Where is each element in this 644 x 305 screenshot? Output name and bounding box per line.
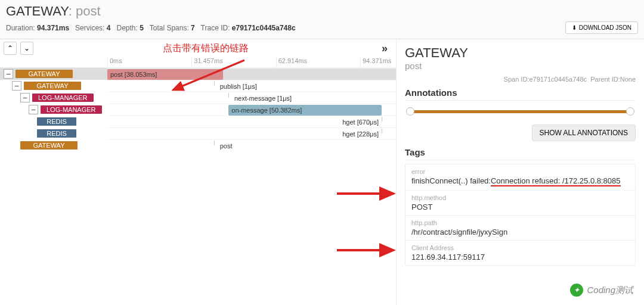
tag-value: finishConnect(..) failed: Connection ref… [411,176,629,186]
tag-key: http.path [411,219,629,226]
annotations-slider[interactable] [405,107,636,116]
span-label: hget [228μs] [342,129,379,139]
annotations-heading: Annotations [405,88,636,101]
service-badge: REDIS [37,129,76,138]
span-label: publish [1μs] [220,81,257,92]
download-json-button[interactable]: ⬇ DOWNLOAD JSON [565,21,638,34]
annotation-label: 点击带有错误的链路 [163,42,249,55]
collapse-up-button[interactable]: ⌃ [4,42,17,55]
span-detail-panel: GATEWAY post Span ID:e79171c0445a748c Pa… [397,39,644,305]
tag-item: http.methodPOST [405,191,635,216]
watermark: ✦ Coding测试 [570,284,633,297]
service-badge: GATEWAY [16,70,73,78]
trace-header: GATEWAY: post Duration: 94.371ms Service… [0,0,644,39]
span-label: hget [670μs] [342,117,379,127]
tag-key: Client Address [411,244,629,251]
download-icon: ⬇ [572,24,577,31]
tag-item: Client Address121.69.34.117:59117 [405,241,635,265]
service-badge: GATEWAY [24,82,81,90]
tags-list: errorfinishConnect(..) failed: Connectio… [405,164,636,266]
tick-1: 31.457ms [191,57,275,67]
expand-down-button[interactable]: ⌄ [20,42,33,55]
span-row[interactable]: –LOG-MANAGERnext-message [1μs] [0,92,396,104]
slider-knob-left[interactable] [406,107,414,116]
timeline-header: 0ms 31.457ms 62.914ms 94.371ms [0,57,396,68]
span-row[interactable]: REDIShget [670μs] [0,116,396,127]
title-app: GATEWAY [6,4,69,18]
span-row[interactable]: –LOG-MANAGERon-message [50.382ms] [0,104,396,116]
span-label: next-message [1μs] [234,93,292,104]
expand-panel-button[interactable]: » [377,42,392,55]
trace-meta: Duration: 94.371ms Services: 4 Depth: 5 … [6,24,296,32]
detail-ids: Span ID:e79171c0445a748c Parent ID:None [405,76,636,83]
detail-subtitle: post [405,61,636,71]
span-label: post [220,141,233,151]
tick-3: 94.371ms [360,57,396,67]
span-row[interactable]: –GATEWAYpublish [1μs] [0,80,396,92]
span-row[interactable]: GATEWAYpost [0,139,396,151]
page-title: GATEWAY: post [6,4,638,19]
tag-key: error [411,168,629,175]
service-badge: REDIS [37,117,76,126]
toggle-button[interactable]: – [12,81,21,91]
span-bar[interactable]: on-message [50.382ms] [228,105,382,116]
tick-2: 62.914ms [276,57,360,67]
trace-timeline-panel: ⌃ ⌄ 点击带有错误的链路 » 0ms 31.457ms 62.914ms 94… [0,39,397,305]
tags-heading: Tags [405,147,636,160]
service-badge: LOG-MANAGER [32,94,94,102]
toggle-button[interactable]: – [29,105,38,114]
tick-0: 0ms [107,57,191,67]
tag-value: /hr/contract/signfile/jyxySign [411,228,629,236]
tag-value: POST [411,203,629,211]
wechat-icon: ✦ [570,284,583,297]
toggle-button[interactable]: – [20,93,30,102]
span-row[interactable]: REDIShget [228μs] [0,127,396,139]
toggle-button[interactable]: – [4,69,13,79]
service-badge: LOG-MANAGER [41,105,102,114]
span-bar[interactable]: post [38.053ms] [107,69,223,80]
tag-item: http.path/hr/contract/signfile/jyxySign [405,216,635,241]
tag-key: http.method [411,194,629,201]
show-all-annotations-button[interactable]: SHOW ALL ANNOTATIONS [532,125,636,141]
slider-knob-right[interactable] [626,107,634,116]
detail-title: GATEWAY [405,45,636,61]
span-row[interactable]: –GATEWAYpost [38.053ms] [0,68,396,80]
service-badge: GATEWAY [20,141,78,150]
title-op: post [76,4,101,18]
tag-value: 121.69.34.117:59117 [411,253,629,262]
tag-item: errorfinishConnect(..) failed: Connectio… [405,164,635,191]
